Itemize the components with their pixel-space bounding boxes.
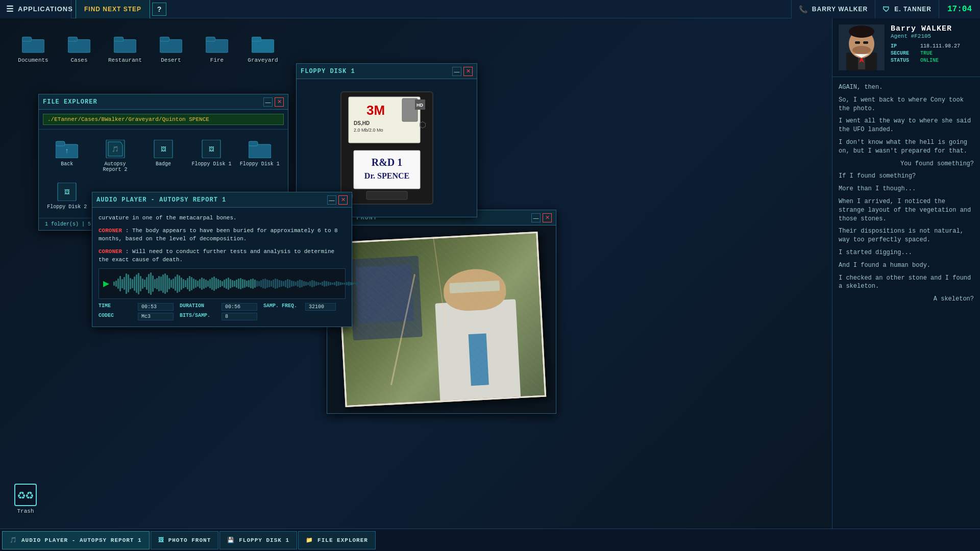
- folder-icon-img: [158, 33, 184, 55]
- desktop-icon-documents-label: Documents: [18, 57, 48, 63]
- coroner-sep1: :: [126, 228, 132, 234]
- agent-id-display: Agent #F2105: [891, 33, 974, 39]
- meta-row2: CODEC Mc3 BITS/SAMP. 8: [99, 313, 346, 320]
- svg-rect-5: [114, 37, 124, 41]
- folder-svg: [160, 35, 182, 53]
- svg-text:3M: 3M: [366, 103, 385, 118]
- file-item-badge-label: Badge: [156, 161, 171, 167]
- desktop-icon-fire[interactable]: Fire: [194, 29, 240, 67]
- chat-message: I started digging...: [839, 248, 974, 257]
- waveform-container: ▶: [99, 268, 346, 299]
- file-item-back-label: Back: [61, 161, 73, 167]
- audio-close[interactable]: ✕: [338, 195, 348, 205]
- file-item-floppy1-folder[interactable]: Floppy Disk 1: [238, 136, 282, 174]
- folder-svg: [252, 35, 274, 53]
- file-explorer-titlebar[interactable]: FILE EXPLORER — ✕: [39, 94, 288, 110]
- taskbar-photo[interactable]: 🖼 PHOTO FRONT: [151, 531, 219, 549]
- ip-value: 118.111.98.27: [920, 43, 960, 49]
- audio-minimize[interactable]: —: [327, 195, 336, 205]
- desktop-icon-cases[interactable]: Cases: [56, 29, 102, 67]
- svg-rect-23: [249, 141, 258, 146]
- photo-minimize[interactable]: —: [531, 213, 541, 222]
- file-item-back[interactable]: ↑ Back: [45, 136, 89, 174]
- desktop-icon-restaurant[interactable]: Restaurant: [102, 29, 148, 67]
- right-panel: Barry WALKER Agent #F2105 IP 118.111.98.…: [832, 18, 980, 529]
- agent-photo-svg: [839, 24, 885, 70]
- coroner-sep2: :: [126, 248, 132, 255]
- chat-message: Their dispositions is not natural, way t…: [839, 227, 974, 244]
- file-item-badge[interactable]: 🖼 Badge: [141, 136, 185, 174]
- audio-text1: curvature in one of the metacarpal bones…: [99, 214, 346, 222]
- folder-icon-img: [112, 33, 138, 55]
- svg-text:🖼: 🖼: [209, 146, 214, 153]
- top-bar-right: 📞 BARRY WALKER 🛡 E. TANNER 17:04: [791, 0, 980, 18]
- svg-rect-3: [68, 37, 78, 41]
- trash-icon-container[interactable]: ♻ Trash: [10, 480, 41, 518]
- svg-text:⬡: ⬡: [419, 120, 426, 129]
- agent-button[interactable]: 📞 BARRY WALKER: [791, 0, 875, 18]
- desktop-icon-graveyard[interactable]: Graveyard: [240, 29, 286, 67]
- applications-menu[interactable]: ☰ APPLICATIONS: [0, 0, 71, 18]
- folder-icon-img: [66, 33, 92, 55]
- folder-icon-img: [204, 33, 230, 55]
- time-value: 17:04: [947, 5, 972, 14]
- desktop-icon-desert[interactable]: Desert: [148, 29, 194, 67]
- shield-icon: 🛡: [883, 5, 890, 13]
- taskbar-floppy-label: FLOPPY DISK 1: [239, 537, 289, 543]
- taskbar-audio[interactable]: 🎵 AUDIO PLAYER - AUTOPSY REPORT 1: [2, 531, 150, 549]
- file-item-floppy1-img[interactable]: 🖼 Floppy Disk 1: [189, 136, 233, 174]
- help-button[interactable]: ?: [152, 3, 166, 16]
- file-explorer-close[interactable]: ✕: [275, 97, 284, 107]
- duration-value: 00:56: [222, 303, 257, 311]
- taskbar-floppy-icon: 💾: [227, 537, 235, 543]
- audio-coroner-line2: CORONER : Will need to conduct further t…: [99, 247, 346, 264]
- audio-content: curvature in one of the metacarpal bones…: [92, 208, 352, 327]
- svg-rect-9: [206, 37, 215, 41]
- top-bar: ☰ APPLICATIONS FIND NEXT STEP ? 📞 BARRY …: [0, 0, 980, 18]
- play-button[interactable]: ▶: [103, 277, 109, 290]
- taskbar-audio-icon: 🎵: [10, 537, 17, 543]
- floppy-disk-svg: 3M DS,HD 2.0 Mb/2.0 Mo HD ⬡ R&D 1 Dr. SP…: [336, 89, 438, 207]
- desktop-icon-documents[interactable]: Documents: [10, 29, 56, 67]
- tanner-button[interactable]: 🛡 E. TANNER: [875, 0, 939, 18]
- taskbar-fileexplorer[interactable]: 📁 FILE EXPLORER: [298, 531, 376, 549]
- file-item-floppy1-folder-label: Floppy Disk 1: [240, 161, 280, 167]
- svg-text:HD: HD: [416, 103, 423, 108]
- folder-svg: [206, 35, 228, 53]
- file-item-autopsy2[interactable]: 🎵 Autopsy Report 2: [93, 136, 137, 174]
- svg-rect-11: [252, 37, 261, 41]
- folder-icon-img: [250, 33, 276, 55]
- status-row: STATUS ONLINE: [891, 58, 974, 63]
- floppy-title: FLOPPY DISK 1: [301, 68, 450, 75]
- floppy-minimize[interactable]: —: [452, 67, 461, 76]
- chat-message: I don't know what the hell is going on, …: [839, 138, 974, 156]
- chat-message: So, I went back to where Cony took the p…: [839, 96, 974, 113]
- floppy-titlebar[interactable]: FLOPPY DISK 1 — ✕: [297, 64, 477, 79]
- desktop-icon-graveyard-label: Graveyard: [248, 57, 278, 63]
- floppy-close[interactable]: ✕: [463, 67, 473, 76]
- hamburger-icon: ☰: [6, 4, 14, 14]
- desktop-icon-fire-label: Fire: [210, 57, 224, 63]
- file-explorer-title: FILE EXPLORER: [43, 98, 261, 106]
- samp-label: SAMP. FREQ.: [263, 303, 304, 311]
- photo-window: PHOTO FRONT — ✕: [327, 210, 556, 414]
- file-item-floppy2[interactable]: 🖼 Floppy Disk 2: [45, 179, 89, 212]
- coroner-label1: CORONER: [99, 228, 122, 234]
- audio-titlebar[interactable]: AUDIO PLAYER - AUTOPSY REPORT 1 — ✕: [92, 192, 352, 208]
- taskbar-floppy[interactable]: 💾 FLOPPY DISK 1: [219, 531, 297, 549]
- recycle-icon: ♻: [26, 487, 34, 503]
- svg-text:↑: ↑: [65, 147, 69, 155]
- floppy-folder-icon: [249, 138, 271, 160]
- trash-icon: ♻: [14, 484, 37, 506]
- photo-close[interactable]: ✕: [543, 213, 552, 222]
- trash-label: Trash: [17, 508, 34, 514]
- folder-svg: [68, 35, 90, 53]
- agent-name-display: Barry WALKER: [891, 24, 974, 33]
- file-item-floppy1-img-label: Floppy Disk 1: [191, 161, 231, 167]
- desktop: Documents Cases Restaurant: [0, 18, 980, 529]
- samp-value: 32100: [305, 303, 336, 311]
- svg-rect-7: [160, 37, 169, 41]
- find-next-button[interactable]: FIND NEXT STEP: [76, 0, 150, 18]
- file-explorer-minimize[interactable]: —: [263, 97, 273, 107]
- time-value: 00:53: [138, 303, 174, 311]
